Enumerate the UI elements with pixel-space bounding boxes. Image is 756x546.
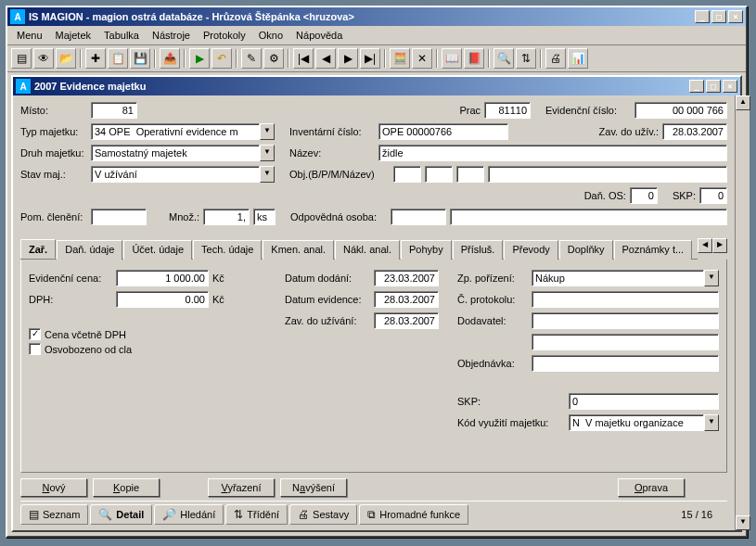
kod-vyuz-input[interactable] [569, 414, 704, 431]
bottab-trideni[interactable]: ⇅Třídění [225, 504, 288, 525]
inv-cislo-input[interactable] [378, 123, 508, 140]
tab-zar[interactable]: Zař. [20, 239, 56, 259]
tool-report-icon[interactable]: 📊 [568, 48, 588, 69]
typ-maj-select[interactable]: ▼ [91, 123, 275, 140]
bottab-seznam[interactable]: ▤Seznam [20, 504, 88, 525]
scroll-down-icon[interactable]: ▼ [736, 515, 750, 530]
dph-input[interactable] [116, 291, 209, 308]
bottab-hledani[interactable]: 🔎Hledání [154, 504, 224, 525]
sub-maximize-button[interactable]: □ [706, 80, 721, 93]
kod-vyuz-select[interactable]: ▼ [569, 414, 719, 431]
zav-uziv-input[interactable] [662, 123, 727, 140]
odpov-osoba-id-input[interactable] [391, 209, 446, 225]
zav-uziv2-input[interactable] [374, 312, 439, 329]
bottab-detail[interactable]: 🔍Detail [90, 504, 152, 525]
menu-protokoly[interactable]: Protokoly [198, 28, 251, 43]
mnoz-unit-input[interactable] [253, 209, 275, 225]
dodavatel2-input[interactable] [532, 334, 719, 350]
datum-dodani-input[interactable] [374, 270, 439, 286]
tab-ucet[interactable]: Účet. údaje [123, 240, 192, 260]
bottab-sestavy[interactable]: 🖨Sestavy [289, 504, 357, 525]
tool-copy-icon[interactable]: 📋 [108, 48, 128, 69]
tool-export-icon[interactable]: 📤 [160, 48, 180, 69]
tool-book1-icon[interactable]: 📖 [442, 48, 462, 69]
typ-maj-input[interactable] [91, 123, 260, 140]
nazev-input[interactable] [378, 145, 727, 161]
menu-napoveda[interactable]: Nápověda [290, 28, 348, 43]
tool-book2-icon[interactable]: 📕 [464, 48, 484, 69]
dodavatel-input[interactable] [532, 312, 719, 329]
checkbox-osvobozeno[interactable]: Osvobozeno od cla [29, 343, 270, 355]
tool-view-icon[interactable]: 👁 [33, 48, 54, 69]
tool-calc-icon[interactable]: 🧮 [390, 48, 410, 69]
bottab-hromadne[interactable]: ⧉Hromadné funkce [359, 504, 468, 525]
tool-undo-icon[interactable]: ↶ [211, 48, 232, 69]
novy-button[interactable]: NNovýový [20, 478, 87, 497]
vertical-scrollbar[interactable]: ▲ ▼ [735, 95, 750, 530]
objednavka-input[interactable] [532, 355, 719, 372]
misto-input[interactable] [91, 102, 137, 119]
close-button[interactable]: × [728, 10, 743, 23]
tab-prevody[interactable]: Převody [504, 240, 557, 260]
tab-scroll-left-icon[interactable]: ◀ [698, 238, 712, 253]
tool-print-icon[interactable]: 🖨 [545, 48, 566, 69]
stav-maj-select[interactable]: ▼ [91, 166, 275, 183]
tool-list-icon[interactable]: ▤ [11, 48, 32, 69]
maximize-button[interactable]: □ [711, 10, 726, 23]
tool-config-icon[interactable]: ⚙ [263, 48, 284, 69]
druh-maj-input[interactable] [91, 145, 260, 161]
pom-clen-input[interactable] [91, 209, 147, 225]
dropdown-icon[interactable]: ▼ [260, 145, 275, 161]
scroll-up-icon[interactable]: ▲ [736, 95, 750, 110]
evid-cena-input[interactable] [116, 270, 209, 286]
menu-okno[interactable]: Okno [253, 28, 288, 43]
skp2-input[interactable] [569, 393, 719, 410]
evid-cislo-input[interactable] [634, 102, 727, 119]
minimize-button[interactable]: _ [695, 10, 710, 23]
nav-last-icon[interactable]: ▶| [360, 48, 380, 69]
druh-maj-select[interactable]: ▼ [91, 145, 275, 161]
zp-poriz-select[interactable]: ▼ [532, 270, 719, 286]
sub-close-button[interactable]: × [723, 80, 737, 93]
tool-cancel-icon[interactable]: ✕ [412, 48, 432, 69]
tool-run-icon[interactable]: ▶ [189, 48, 210, 69]
stav-maj-input[interactable] [91, 166, 260, 183]
tool-save-icon[interactable]: 💾 [130, 48, 150, 69]
menu-menu[interactable]: Menu [11, 28, 48, 43]
obj-nazev-input[interactable] [488, 166, 727, 183]
nav-first-icon[interactable]: |◀ [293, 48, 314, 69]
menu-majetek[interactable]: Majetek [50, 28, 97, 43]
nav-prev-icon[interactable]: ◀ [315, 48, 336, 69]
checkbox-cena-vcetne[interactable]: ✓ Cena včetně DPH [29, 328, 270, 340]
menu-tabulka[interactable]: Tabulka [98, 28, 145, 43]
obj-b-input[interactable] [393, 166, 421, 183]
tab-poznamky[interactable]: Poznámky t... [614, 240, 693, 260]
tool-open-icon[interactable]: 📂 [56, 48, 76, 69]
tab-scroll-right-icon[interactable]: ▶ [712, 238, 727, 253]
tab-prislus[interactable]: Přísluš. [453, 240, 504, 260]
c-prot-input[interactable] [532, 291, 719, 308]
zp-poriz-input[interactable] [532, 270, 704, 286]
tab-pohyby[interactable]: Pohyby [401, 240, 452, 260]
menu-nastroje[interactable]: Nástroje [147, 28, 196, 43]
oprava-button[interactable]: Oprava [618, 478, 685, 497]
tab-kmen[interactable]: Kmen. anal. [263, 240, 334, 260]
tool-sort-icon[interactable]: ⇅ [516, 48, 536, 69]
tab-dan[interactable]: Daň. údaje [57, 240, 122, 260]
dropdown-icon[interactable]: ▼ [260, 166, 275, 183]
prac-input[interactable] [484, 102, 531, 119]
sub-minimize-button[interactable]: _ [689, 80, 704, 93]
vyrazeni-button[interactable]: Vyřazení [208, 478, 275, 497]
obj-p-input[interactable] [425, 166, 453, 183]
skp-input[interactable] [699, 187, 727, 204]
kopie-button[interactable]: Kopie [93, 478, 160, 497]
tool-find-icon[interactable]: 🔍 [493, 48, 514, 69]
tab-nakl[interactable]: Nákl. anal. [335, 240, 400, 260]
dropdown-icon[interactable]: ▼ [704, 270, 719, 286]
tool-new-icon[interactable]: ✚ [85, 48, 106, 69]
obj-m-input[interactable] [456, 166, 484, 183]
nav-next-icon[interactable]: ▶ [338, 48, 358, 69]
navyseni-button[interactable]: Navýšení [280, 478, 347, 497]
mnoz-input[interactable] [203, 209, 250, 225]
dropdown-icon[interactable]: ▼ [260, 123, 275, 140]
